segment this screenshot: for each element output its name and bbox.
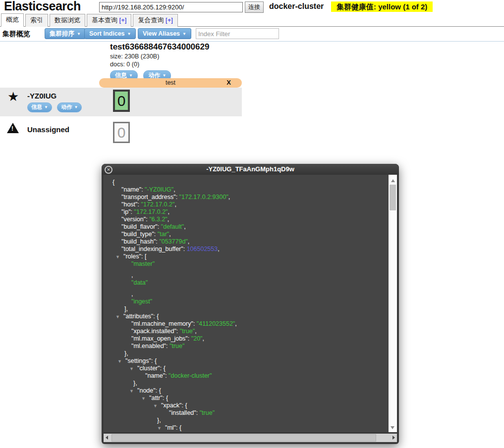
json-line: ▼"node": { xyxy=(104,387,390,395)
json-line: ▼"ml": { xyxy=(104,424,390,432)
collapse-arrow-icon[interactable]: ▼ xyxy=(115,253,120,261)
tab-indices[interactable]: 索引 xyxy=(25,14,48,27)
json-line: , xyxy=(104,291,390,298)
json-line: }, xyxy=(104,350,390,357)
json-viewer: {"name": "-YZ0IUG","transport_address": … xyxy=(104,175,390,432)
json-line: "ml.machine_memory": "4112023552", xyxy=(104,320,390,328)
tab-any-request[interactable]: 复合查询 [+] xyxy=(133,14,177,27)
modal-titlebar[interactable]: ✕ -YZ0IUG_TFaAnGMph1qD9w xyxy=(102,164,399,175)
json-line: ▼"xpack": { xyxy=(104,402,390,409)
json-line: "data" xyxy=(104,279,390,287)
json-line: "name": "docker-cluster" xyxy=(104,372,390,380)
sort-cluster-button[interactable]: 集群排序▼ xyxy=(45,28,86,39)
alias-label: test xyxy=(99,79,242,86)
horizontal-scrollbar[interactable] xyxy=(104,434,397,442)
json-line: "ml.max_open_jobs": "20", xyxy=(104,335,390,343)
index-filter-input[interactable] xyxy=(196,28,279,39)
unassigned-label: Unassigned xyxy=(27,125,69,134)
scroll-up-icon[interactable] xyxy=(391,179,395,182)
json-line: "name": "-YZ0IUG", xyxy=(104,186,390,194)
shard-box-assigned[interactable]: 0 xyxy=(113,90,130,112)
vertical-scrollbar-thumb[interactable] xyxy=(390,185,396,210)
node-actions-button[interactable]: 动作▼ xyxy=(57,102,82,112)
chevron-down-icon: ▼ xyxy=(74,105,78,109)
server-url-input[interactable] xyxy=(99,2,243,12)
json-line: "ml.enabled": "true" xyxy=(104,343,390,350)
json-line: "host": "172.17.0.2", xyxy=(104,201,390,208)
json-line: { xyxy=(104,179,390,186)
collapse-arrow-icon[interactable]: ▼ xyxy=(157,425,162,432)
json-line: "build_type": "tar", xyxy=(104,231,390,238)
view-aliases-button[interactable]: View Aliases▼ xyxy=(138,28,191,39)
sort-indices-button[interactable]: Sort Indices▼ xyxy=(84,28,136,39)
master-star-icon: ★ xyxy=(7,89,19,104)
tab-structured-query[interactable]: 基本查询 [+] xyxy=(87,14,131,27)
json-line: ▼"attr": { xyxy=(104,395,390,402)
json-line: ], xyxy=(104,305,390,313)
warning-icon: ! xyxy=(7,123,19,133)
tab-overview[interactable]: 概览 xyxy=(1,13,24,27)
index-header: test636688467634000629 size: 230B (230B)… xyxy=(110,42,209,81)
modal-title: -YZ0IUG_TFaAnGMph1qD9w xyxy=(102,164,399,175)
node-name: -YZ0IUG xyxy=(27,92,56,100)
json-line: "build_flavor": "default", xyxy=(104,223,390,231)
chevron-down-icon: ▼ xyxy=(182,32,186,36)
json-line: "xpack.installed": "true", xyxy=(104,328,390,335)
node-row: ★ -YZ0IUG 信息▼ 动作▼ 0 xyxy=(0,88,242,116)
node-info-modal: ✕ -YZ0IUG_TFaAnGMph1qD9w {"name": "-YZ0I… xyxy=(102,164,399,444)
tab-strip: 概览索引数据浏览基本查询 [+]复合查询 [+] xyxy=(0,15,504,27)
unassigned-row: ! Unassigned 0 xyxy=(0,119,242,145)
json-line: ▼"settings": { xyxy=(104,357,390,365)
scroll-down-icon[interactable] xyxy=(391,426,394,429)
json-line: ▼"cluster": { xyxy=(104,365,390,372)
collapse-arrow-icon[interactable]: ▼ xyxy=(153,402,158,410)
section-title: 集群概览 xyxy=(2,30,30,39)
index-name: test636688467634000629 xyxy=(110,42,209,52)
json-line: "version": "6.3.2", xyxy=(104,216,390,223)
new-tab-plus[interactable]: [+] xyxy=(117,16,126,24)
vertical-scrollbar[interactable] xyxy=(389,175,397,432)
chevron-down-icon: ▼ xyxy=(44,105,48,109)
json-line: "build_hash": "053779d", xyxy=(104,238,390,246)
node-info-button[interactable]: 信息▼ xyxy=(27,102,52,112)
tab-browser[interactable]: 数据浏览 xyxy=(50,14,85,27)
json-line: "master" xyxy=(104,260,390,268)
alias-close-button[interactable]: X xyxy=(226,79,231,86)
json-line: "total_indexing_buffer": 106502553, xyxy=(104,246,390,253)
close-icon[interactable]: ✕ xyxy=(105,166,112,174)
json-line: "ingest" xyxy=(104,298,390,305)
json-line: }, xyxy=(104,417,390,424)
index-size: size: 230B (230B) xyxy=(110,53,209,60)
collapse-arrow-icon[interactable]: ▼ xyxy=(117,358,122,365)
cluster-health-badge: 集群健康值: yellow (1 of 2) xyxy=(331,1,433,12)
json-line: "ip": "172.17.0.2", xyxy=(104,208,390,216)
scroll-left-icon[interactable] xyxy=(106,436,108,440)
shard-box-unassigned[interactable]: 0 xyxy=(113,122,130,143)
collapse-arrow-icon[interactable]: ▼ xyxy=(129,365,134,373)
json-line: ▼"roles": [ xyxy=(104,253,390,260)
json-line: "installed": "true" xyxy=(104,409,390,417)
chevron-down-icon: ▼ xyxy=(129,73,133,78)
alias-bar: test X xyxy=(99,78,242,88)
chevron-down-icon: ▼ xyxy=(162,73,166,78)
collapse-arrow-icon[interactable]: ▼ xyxy=(141,395,146,402)
json-line: }, xyxy=(104,380,390,387)
overview-toolbar: 集群概览 集群排序▼Sort Indices▼View Aliases▼ xyxy=(0,27,504,42)
collapse-arrow-icon[interactable]: ▼ xyxy=(115,313,120,321)
json-line: ▼"attributes": { xyxy=(104,313,390,320)
chevron-down-icon: ▼ xyxy=(127,32,131,36)
connect-button[interactable]: 连接 xyxy=(245,1,264,13)
json-line: , xyxy=(104,272,390,279)
chevron-down-icon: ▼ xyxy=(77,32,81,36)
collapse-arrow-icon[interactable]: ▼ xyxy=(129,388,134,395)
new-tab-plus[interactable]: [+] xyxy=(164,16,172,24)
top-bar: Elasticsearch 连接 docker-cluster 集群健康值: y… xyxy=(0,0,504,15)
cluster-name: docker-cluster xyxy=(269,2,324,11)
app-title: Elasticsearch xyxy=(4,0,81,13)
index-docs: docs: 0 (0) xyxy=(110,61,209,68)
scroll-right-icon[interactable] xyxy=(392,436,395,440)
json-line: "transport_address": "172.17.0.2:9300", xyxy=(104,194,390,201)
horizontal-scrollbar-thumb[interactable] xyxy=(112,434,376,442)
